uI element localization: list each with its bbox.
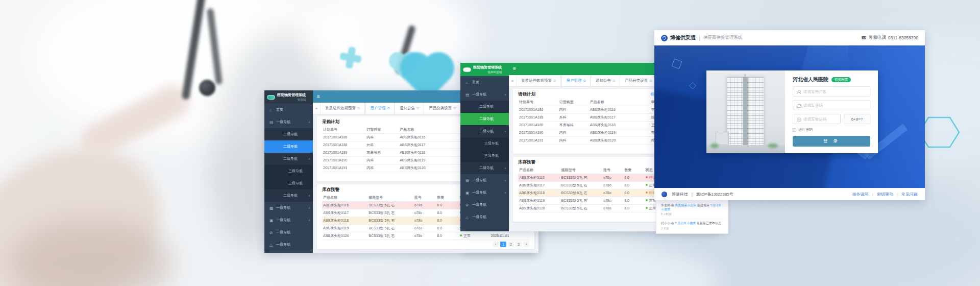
menu-icon: △	[270, 243, 274, 247]
sidebar-item[interactable]: ⊘ 一级导航	[264, 226, 313, 239]
quantity: 8.0	[436, 209, 459, 217]
sidebar-item-label: 二级导航	[479, 129, 494, 134]
column-header: 规格型号	[560, 166, 603, 174]
divider	[699, 35, 700, 41]
collapse-tabs-icon[interactable]: «	[509, 75, 517, 86]
page-button[interactable]: 2	[508, 242, 514, 247]
sidebar-item[interactable]: 二级导航 ∨	[264, 189, 313, 202]
sidebar-item-label: 一级导航	[276, 120, 290, 125]
page-button[interactable]: ‹	[493, 242, 499, 247]
column-header: 计划单号	[518, 99, 558, 106]
login-button[interactable]: 登 录	[793, 136, 870, 147]
sidebar-item-label: 三级导航	[288, 169, 303, 174]
tab[interactable]: 用户管理 ⊙	[561, 75, 591, 86]
tab[interactable]: 通知公告 ⊙	[591, 75, 620, 86]
quantity: 8.0	[623, 189, 644, 197]
batch-no: o78o	[602, 205, 623, 212]
tab-refresh-icon[interactable]: ⊙	[357, 106, 360, 110]
menu-toggle-icon[interactable]: ≡	[513, 66, 516, 72]
sidebar-item[interactable]: 三级导航	[460, 150, 509, 162]
supplier-login-window: 博健供采通 供应商供货管理系统 ☎ 客服电话 0311-83056390 河北省…	[654, 30, 925, 200]
username-field-wrap	[793, 86, 870, 97]
sidebar-item[interactable]: 三级导航	[264, 177, 313, 189]
column-header: 产品名称	[518, 166, 560, 174]
phone-label: 客服电话	[869, 35, 886, 41]
tab[interactable]: 用户管理 ⊙	[365, 103, 395, 114]
feed-link[interactable]: 凤凰精英小分队	[675, 204, 696, 207]
sidebar-item[interactable]: 二级导航	[460, 101, 509, 113]
chevron-icon: ∨	[504, 166, 506, 170]
collapse-tabs-icon[interactable]: «	[313, 103, 321, 114]
tab-refresh-icon[interactable]: ⊙	[416, 106, 419, 110]
tab-label: 通知公告	[400, 106, 415, 111]
feed-timestamp: 3 天前	[661, 227, 723, 230]
product-name: ABS床头柜0119	[322, 225, 368, 232]
login-footer: 博健科技 ｜ 冀ICP备13022385号 操作说明 | 密钥驱动 | 常见问题	[654, 188, 925, 200]
tab-refresh-icon[interactable]: ⊙	[649, 79, 652, 83]
remember-checkbox[interactable]	[793, 128, 796, 132]
menu-toggle-icon[interactable]: ≡	[317, 94, 320, 99]
captcha-question[interactable]: 6+8=?	[844, 114, 870, 124]
sidebar-item[interactable]: △ 一级导航	[460, 211, 509, 223]
tab-label: 通知公告	[596, 78, 611, 83]
sidebar-item[interactable]: ⌂ 首页	[460, 76, 509, 88]
page-button[interactable]: 1	[500, 242, 506, 247]
tab[interactable]: 通知公告 ⊙	[395, 103, 424, 114]
batch-no: o78o	[602, 182, 623, 189]
app-title: 医院物资管理系统	[473, 65, 502, 70]
tab[interactable]: 产品分类设置 ⊙	[620, 75, 657, 86]
sidebar-item[interactable]: 三级导航	[264, 165, 313, 177]
page-button[interactable]: 3	[516, 242, 522, 247]
footer-link-faq[interactable]: 常见问题	[901, 192, 918, 197]
sidebar-item[interactable]: 二级导航 ∨	[460, 162, 509, 174]
sidebar-item-label: 三级导航	[484, 153, 499, 158]
tab-refresh-icon[interactable]: ⊙	[612, 79, 615, 83]
sidebar-item[interactable]: 二级导航 ∧	[264, 153, 313, 165]
department: 外科	[365, 141, 399, 149]
card-title: 库存预警	[322, 187, 339, 193]
password-field[interactable]	[793, 101, 870, 110]
sidebar-item[interactable]: ▦ 一级导航 ∨	[264, 202, 313, 214]
sidebar-item[interactable]: ⊘ 一级导航	[460, 199, 509, 211]
tab[interactable]: 资质证件效期预警 ⊙	[517, 75, 561, 86]
table-row[interactable]: ABS床头柜0120 BCS33型 5孔 右 o78o 8.0 正常 2025-…	[322, 232, 529, 240]
tab-label: 用户管理	[370, 106, 385, 111]
sidebar-item[interactable]: △ 一级导航	[264, 239, 313, 251]
sidebar-item[interactable]: 二级导航 ∧	[460, 125, 509, 137]
page-button[interactable]: ›	[523, 242, 529, 247]
footer-link-help[interactable]: 操作说明	[852, 192, 869, 197]
sidebar-item-label: 二级导航	[283, 156, 298, 161]
sidebar-item[interactable]: 二级导航	[264, 140, 313, 153]
quantity: 8.0	[623, 174, 644, 182]
sidebar-item[interactable]: 二级导航	[264, 128, 313, 140]
hospital-tag-badge[interactable]: 切换医院	[831, 77, 851, 83]
plan-id: 20171001A186	[518, 106, 558, 114]
footer-link-key-driver[interactable]: 密钥驱动	[877, 192, 893, 197]
sidebar-item[interactable]: ▤ 一级导航 ∧	[264, 116, 313, 128]
product-name: ABS床头柜0120	[589, 137, 650, 145]
sidebar-item[interactable]: 三级导航	[460, 137, 509, 150]
batch-no: o78o	[413, 232, 436, 240]
sidebar-item[interactable]: ▦ 一级导航 ∨	[460, 174, 509, 186]
tab-refresh-icon[interactable]: ⊙	[553, 79, 556, 83]
sidebar-item[interactable]: ⌂ 首页	[264, 104, 313, 116]
product-name: ABS床头柜0117	[399, 141, 465, 149]
tab[interactable]: 资质证件效期预警 ⊙	[321, 103, 365, 114]
username-field[interactable]	[793, 87, 870, 96]
column-header: 数量	[436, 194, 459, 202]
feed-link[interactable]: 5 月日常小需求	[675, 222, 696, 225]
tab-refresh-icon[interactable]: ⊙	[583, 79, 585, 83]
plan-id: 20171001A186	[322, 134, 365, 141]
tab[interactable]: 产品分类设置 ⊙	[424, 103, 461, 114]
app-logo-bar: 医院物资管理系统 管理端	[264, 90, 313, 104]
lock-icon	[797, 104, 801, 108]
sidebar-item[interactable]: ▤ 一级导航 ∧	[460, 88, 509, 101]
tab-refresh-icon[interactable]: ⊙	[387, 106, 389, 110]
sidebar-item[interactable]: ▣ 一级导航 ∨	[264, 214, 313, 226]
chevron-icon: ∨	[504, 179, 506, 182]
tab-refresh-icon[interactable]: ⊙	[453, 106, 456, 110]
sidebar-item-label: 一级导航	[276, 230, 290, 235]
sidebar-item[interactable]: 二级导航	[460, 113, 509, 125]
sidebar-item[interactable]: ▣ 一级导航 ∨	[460, 186, 509, 199]
plan-id: 20171001A189	[322, 149, 365, 157]
